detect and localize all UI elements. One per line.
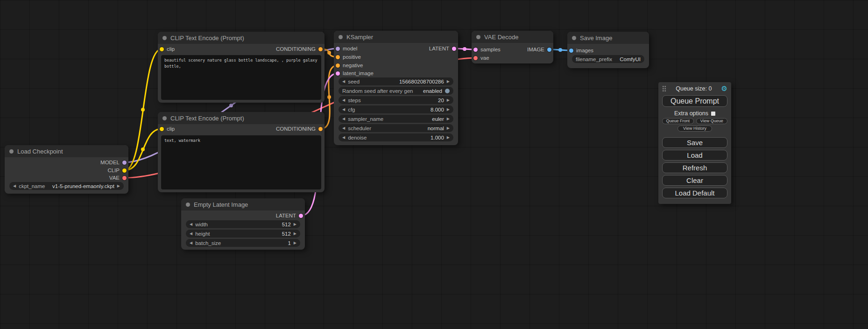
increment-icon[interactable]: ▶ <box>447 80 450 84</box>
refresh-button[interactable]: Refresh <box>662 162 727 173</box>
load-default-button[interactable]: Load Default <box>662 188 727 198</box>
queue-front-button[interactable]: Queue Front <box>662 118 694 124</box>
port-dot-latent[interactable] <box>336 71 340 76</box>
node-title-bar[interactable]: VAE Decode <box>472 31 553 43</box>
decrement-icon[interactable]: ◀ <box>342 80 345 84</box>
decrement-icon[interactable]: ◀ <box>342 98 345 102</box>
increment-icon[interactable]: ▶ <box>447 117 450 121</box>
widget-label: ckpt_name <box>19 183 45 189</box>
node-title-bar[interactable]: Empty Latent Image <box>181 198 305 210</box>
collapse-dot-icon[interactable] <box>339 35 343 39</box>
port-label: LATENT <box>276 213 296 218</box>
widget-steps[interactable]: ◀ steps 20 ▶ <box>339 96 453 104</box>
node-title-bar[interactable]: KSampler <box>334 31 458 43</box>
widget-ckpt-name[interactable]: ◀ ckpt_name v1-5-pruned-emaonly.ckpt ▶ <box>9 182 124 190</box>
node-title-bar[interactable]: CLIP Text Encode (Prompt) <box>158 112 325 124</box>
decrement-icon[interactable]: ◀ <box>342 136 345 140</box>
menu-header: Queue size: 0 ⚙ <box>658 82 731 93</box>
node-load-checkpoint[interactable]: Load Checkpoint MODEL CLIP VAE ◀ ckpt_na… <box>5 145 128 194</box>
widget-cfg[interactable]: ◀ cfg 8.000 ▶ <box>339 105 453 113</box>
port-dot-latent[interactable] <box>473 48 478 52</box>
link-midpoint-latent-sampled <box>463 47 466 51</box>
settings-gear-icon[interactable]: ⚙ <box>721 85 727 92</box>
node-save-image[interactable]: Save Image images filename_prefix ComfyU… <box>567 32 649 68</box>
save-button[interactable]: Save <box>662 137 727 148</box>
port-dot-vae[interactable] <box>122 176 127 180</box>
port-dot-image[interactable] <box>547 48 551 52</box>
decrement-icon[interactable]: ◀ <box>342 108 345 112</box>
widget-random-seed-toggle[interactable]: Random seed after every gen enabled <box>339 87 453 95</box>
node-empty-latent-image[interactable]: Empty Latent Image LATENT ◀ width 512 ▶ … <box>181 198 305 250</box>
collapse-dot-icon[interactable] <box>9 149 14 154</box>
port-label: MODEL <box>100 160 120 165</box>
port-dot-latent[interactable] <box>299 214 303 218</box>
increment-icon[interactable]: ▶ <box>117 184 120 188</box>
increment-icon[interactable]: ▶ <box>294 223 296 226</box>
decrement-icon[interactable]: ◀ <box>190 232 192 236</box>
prompt-textarea[interactable]: text, watermark <box>161 135 321 189</box>
node-clip-text-encode-negative[interactable]: CLIP Text Encode (Prompt) clip CONDITION… <box>158 112 325 192</box>
extra-options-checkbox[interactable] <box>711 112 715 116</box>
increment-icon[interactable]: ▶ <box>447 136 450 140</box>
widget-value: normal <box>428 126 444 131</box>
port-dot-clip[interactable] <box>122 168 127 173</box>
collapse-dot-icon[interactable] <box>162 116 167 120</box>
port-dot-image[interactable] <box>569 49 573 53</box>
input-port-clip: clip <box>160 45 175 53</box>
collapse-dot-icon[interactable] <box>572 36 576 40</box>
port-dot-conditioning[interactable] <box>318 127 323 131</box>
increment-icon[interactable]: ▶ <box>447 126 450 130</box>
collapse-dot-icon[interactable] <box>186 203 190 207</box>
toggle-icon[interactable] <box>445 89 450 93</box>
port-dot-clip[interactable] <box>160 127 164 131</box>
node-title-bar[interactable]: CLIP Text Encode (Prompt) <box>158 32 325 44</box>
decrement-icon[interactable]: ◀ <box>342 126 345 130</box>
view-history-button[interactable]: View History <box>677 126 712 132</box>
widget-scheduler[interactable]: ◀ scheduler normal ▶ <box>339 124 453 132</box>
increment-icon[interactable]: ▶ <box>447 108 450 112</box>
node-title-bar[interactable]: Load Checkpoint <box>5 145 128 157</box>
extra-options-row: Extra options <box>658 110 731 117</box>
widget-value: enabled <box>423 88 442 94</box>
port-dot-model[interactable] <box>336 47 340 51</box>
view-queue-button[interactable]: View Queue <box>696 118 728 124</box>
increment-icon[interactable]: ▶ <box>447 98 450 102</box>
decrement-icon[interactable]: ◀ <box>13 184 16 188</box>
port-dot-conditioning[interactable] <box>336 63 340 68</box>
input-port-samples: samples <box>473 46 501 53</box>
prompt-textarea[interactable]: beautiful scenery nature glass bottle la… <box>161 55 321 100</box>
queue-prompt-button[interactable]: Queue Prompt <box>662 95 727 107</box>
decrement-icon[interactable]: ◀ <box>190 223 192 226</box>
node-title-bar[interactable]: Save Image <box>567 32 649 44</box>
node-clip-text-encode-positive[interactable]: CLIP Text Encode (Prompt) clip CONDITION… <box>158 32 325 103</box>
widget-filename-prefix[interactable]: filename_prefix ComfyUI <box>572 55 644 63</box>
decrement-icon[interactable]: ◀ <box>342 117 345 121</box>
node-vae-decode[interactable]: VAE Decode samples vae IMAGE <box>472 31 553 63</box>
widget-denoise[interactable]: ◀ denoise 1.000 ▶ <box>339 133 453 141</box>
output-port-conditioning: CONDITIONING <box>276 45 323 53</box>
port-dot-model[interactable] <box>122 161 127 165</box>
node-ksampler[interactable]: KSampler model positive negative latent_… <box>334 31 458 145</box>
port-label: images <box>576 48 593 53</box>
increment-icon[interactable]: ▶ <box>294 241 296 245</box>
increment-icon[interactable]: ▶ <box>294 232 296 236</box>
port-dot-conditioning[interactable] <box>336 55 340 59</box>
widget-seed[interactable]: ◀ seed 156680208700286 ▶ <box>339 77 453 85</box>
widget-batch-size[interactable]: ◀ batch_size 1 ▶ <box>186 239 300 247</box>
node-title: CLIP Text Encode (Prompt) <box>170 115 244 122</box>
collapse-dot-icon[interactable] <box>162 36 167 40</box>
drag-handle-icon[interactable] <box>662 85 666 92</box>
collapse-dot-icon[interactable] <box>476 35 480 39</box>
port-dot-latent[interactable] <box>452 47 456 51</box>
clear-button[interactable]: Clear <box>662 175 727 186</box>
load-button[interactable]: Load <box>662 150 727 161</box>
widget-sampler-name[interactable]: ◀ sampler_name euler ▶ <box>339 115 453 123</box>
output-port-conditioning: CONDITIONING <box>276 125 323 133</box>
port-dot-conditioning[interactable] <box>318 47 323 51</box>
input-port-images: images <box>569 47 593 54</box>
decrement-icon[interactable]: ◀ <box>190 241 192 245</box>
port-dot-clip[interactable] <box>160 47 164 51</box>
widget-height[interactable]: ◀ height 512 ▶ <box>186 230 300 238</box>
port-dot-vae[interactable] <box>473 56 478 60</box>
widget-width[interactable]: ◀ width 512 ▶ <box>186 220 300 228</box>
